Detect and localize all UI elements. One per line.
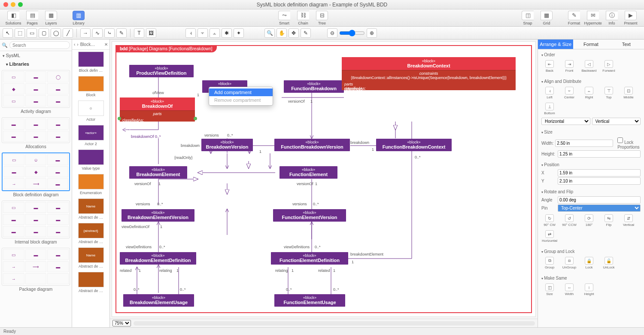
shape-item[interactable]: {abstract}Abstract de … — [74, 223, 108, 244]
libcat-bdd[interactable]: ▭☺▬▬◆▬→⟶▬ Block definition diagram — [2, 152, 70, 197]
present-button[interactable]: ▶Present — [622, 11, 640, 25]
shape-item[interactable]: Enumeration — [74, 174, 108, 195]
lock-proportions[interactable] — [617, 137, 623, 144]
zoom-out-button[interactable]: ⊖ — [327, 28, 337, 38]
curve-tool[interactable]: ∿ — [92, 28, 103, 38]
align-tool-2[interactable]: ⫟ — [197, 28, 208, 38]
sec-align[interactable]: Align and Distribute — [541, 78, 641, 85]
width-input[interactable] — [555, 140, 613, 147]
block-breakdownelementdef[interactable]: «block»BreakdownElementDefinition — [120, 252, 196, 265]
zoom-window-icon[interactable] — [18, 2, 23, 7]
ellipse-tool[interactable]: ◯ — [51, 28, 61, 38]
btn-same-height[interactable]: ↕Height — [581, 283, 597, 296]
shapes-close-icon[interactable]: ✕ — [104, 42, 108, 47]
btn-flip-v[interactable]: ⇵Vertical — [620, 214, 637, 227]
zoom-in-button[interactable]: ⊕ — [367, 28, 377, 38]
block-functionelementusage[interactable]: «block»FunctionElementUsage — [274, 294, 345, 307]
shape-item[interactable]: ☺Actor — [74, 100, 108, 122]
hypernote-button[interactable]: ✉Hypernote — [584, 11, 602, 25]
btn-align-bottom[interactable]: ⊥Bottom — [541, 103, 558, 115]
shape-item[interactable]: Abstract de … — [74, 272, 108, 293]
library-button[interactable]: ▥Library — [70, 11, 88, 25]
pages-button[interactable]: ▤Pages — [23, 11, 41, 25]
btn-180[interactable]: ⟳180° — [581, 214, 597, 227]
shape-item[interactable]: Value type — [74, 149, 108, 171]
sec-same[interactable]: Make Same — [541, 274, 641, 282]
tree-root[interactable]: SysML — [0, 51, 72, 60]
info-button[interactable]: ⓘInfo — [603, 11, 621, 25]
zoom-slider[interactable] — [339, 30, 365, 37]
block-functionelementversion[interactable]: «block»FunctionElementVersion — [273, 209, 346, 222]
shape-item[interactable]: Block defin … — [74, 52, 108, 73]
block-breakdownelement[interactable]: «block»BreakdownElement — [129, 166, 187, 179]
tab-format[interactable]: Format — [573, 40, 608, 49]
rect-tool[interactable]: ▭ — [27, 28, 37, 38]
snap-button[interactable]: ◫Snap — [519, 11, 537, 25]
btn-front[interactable]: ⇥Front — [561, 60, 577, 73]
tab-text[interactable]: Text — [609, 40, 644, 49]
libcat-package[interactable]: ▭▬▬→⟶▬→ Package diagram — [2, 248, 70, 292]
btn-align-right[interactable]: ⫠Right — [581, 87, 597, 99]
btn-align-center[interactable]: ⫟Center — [561, 87, 577, 99]
shape-item[interactable]: Block — [74, 76, 108, 97]
sec-group[interactable]: Group and Lock — [541, 248, 641, 255]
y-input[interactable] — [558, 177, 641, 185]
block-breakdownelementusage[interactable]: «block»BreakdownElementUsage — [123, 294, 194, 307]
roundrect-tool[interactable]: ▢ — [39, 28, 49, 38]
shape-item[interactable]: NameAbstract de … — [74, 247, 108, 268]
hand-tool[interactable]: ✋ — [276, 28, 287, 38]
tree-button[interactable]: ⊟Tree — [313, 11, 331, 25]
align-tool-5[interactable]: ✦ — [234, 28, 244, 38]
pointer-tool[interactable]: ↖ — [3, 28, 13, 38]
block-breakdownelementversion[interactable]: «block»BreakdownElementVersion — [122, 209, 194, 222]
btn-group[interactable]: ⧉Group — [541, 257, 558, 269]
block-breakdownof-selected[interactable]: «block»BreakdownOf parts classifiedAs: C… — [120, 97, 195, 122]
block-functionbreakdownversion[interactable]: «block»FunctionBreakdownVersion — [274, 139, 350, 151]
eyedropper-tool[interactable]: ✎ — [301, 28, 311, 38]
block-breakdowncontext[interactable]: «block»BreakdownContext constraints{Brea… — [342, 57, 516, 90]
shapes-fwd-icon[interactable]: › — [77, 42, 78, 47]
layers-button[interactable]: ▦Layers — [42, 11, 60, 25]
distribute-v[interactable]: Vertical — [592, 118, 641, 125]
btn-unlock[interactable]: 🔓UnLock — [601, 257, 617, 269]
block-productviewdef[interactable]: «block»ProductViewDefinition — [129, 65, 194, 77]
grid-button[interactable]: ▦Grid — [538, 11, 556, 25]
block-functionelementdef[interactable]: «block»FunctionElementDefinition — [271, 252, 348, 265]
btn-90ccw[interactable]: ↺90° CCW — [561, 214, 577, 227]
height-input[interactable] — [558, 150, 641, 158]
btn-same-width[interactable]: ↔Width — [561, 283, 577, 296]
align-tool-4[interactable]: ✱ — [222, 28, 232, 38]
pin-select[interactable]: Top-Center — [558, 204, 641, 212]
zoom-in-tool[interactable]: 🔍 — [264, 28, 275, 38]
btn-align-top[interactable]: ⊤Top — [601, 87, 617, 99]
angle-input[interactable] — [558, 196, 641, 204]
chain-button[interactable]: ⛓Chain — [294, 11, 312, 25]
libcat-allocations[interactable]: ▬▬▬▬▬▬ Allocations — [2, 117, 70, 149]
libcat-ibd[interactable]: ▭▬▬▬▬▬▬▬▬ Internal block diagram — [2, 201, 70, 244]
btn-90cw[interactable]: ↻90° CW — [541, 214, 558, 227]
sec-position[interactable]: Position — [541, 161, 641, 168]
btn-same-size[interactable]: ◫Size — [541, 283, 558, 296]
btn-flip-h[interactable]: ⇄Horizontal — [541, 230, 558, 243]
block-functionbreakdown[interactable]: «block»FunctionBreakdown — [284, 80, 344, 93]
align-tool-3[interactable]: ⫠ — [210, 28, 220, 38]
tree-libraries[interactable]: Libraries — [0, 60, 72, 68]
shape-item[interactable]: NameAbstract de … — [74, 198, 108, 219]
btn-back[interactable]: ⇤Back — [541, 60, 558, 73]
btn-lock[interactable]: 🔒Lock — [581, 257, 597, 269]
block-functionelement[interactable]: «block»FunctionElement — [279, 166, 337, 179]
text-tool[interactable]: T — [134, 28, 144, 38]
block-functionbreakdowncontext[interactable]: «block»FunctionBreakdownContext — [376, 139, 452, 151]
search-input[interactable] — [9, 41, 70, 49]
line-tool[interactable]: ╱ — [63, 28, 73, 38]
block-breakdownversion[interactable]: «block»BreakdownVersion — [201, 139, 253, 151]
sec-order[interactable]: Order — [541, 51, 641, 58]
btn-align-middle[interactable]: ⊡Middle — [620, 87, 637, 99]
align-tool-1[interactable]: ⫞ — [185, 28, 196, 38]
solutions-button[interactable]: ◧Solutions — [4, 11, 22, 25]
btn-flip[interactable]: ⇋Flip — [601, 214, 617, 227]
zoom-select[interactable]: 75% — [112, 320, 131, 326]
pen-tool[interactable]: ✎ — [116, 28, 127, 38]
shapes-back-icon[interactable]: ‹ — [74, 42, 75, 47]
close-window-icon[interactable] — [3, 2, 8, 7]
